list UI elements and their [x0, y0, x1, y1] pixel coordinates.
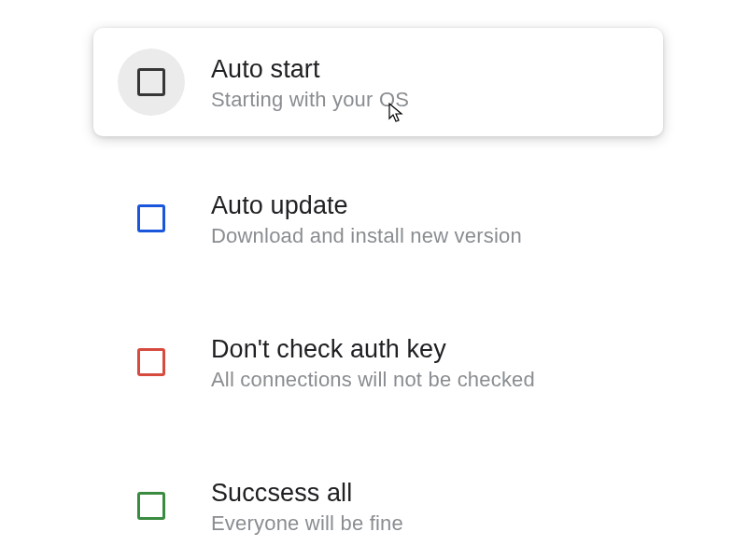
option-title: Succsess all — [211, 479, 403, 508]
option-texts: Succsess all Everyone will be fine — [211, 477, 403, 536]
option-auto-start[interactable]: Auto start Starting with your OS — [93, 28, 663, 136]
checkbox-box-icon — [137, 348, 165, 376]
option-subtitle: Download and install new version — [211, 224, 522, 248]
option-title: Don't check auth key — [211, 335, 535, 364]
settings-options-list: Auto start Starting with your OS Auto up… — [93, 28, 663, 560]
checkbox-box-icon — [137, 492, 165, 520]
checkbox-auto-update[interactable] — [118, 185, 185, 252]
option-title: Auto update — [211, 191, 522, 220]
option-texts: Don't check auth key All connections wil… — [211, 333, 535, 392]
checkbox-dont-check-auth-key[interactable] — [118, 329, 185, 396]
option-success-all[interactable]: Succsess all Everyone will be fine — [93, 452, 663, 560]
option-dont-check-auth-key[interactable]: Don't check auth key All connections wil… — [93, 308, 663, 416]
checkbox-box-icon — [137, 68, 165, 96]
option-auto-update[interactable]: Auto update Download and install new ver… — [93, 164, 663, 273]
option-subtitle: Starting with your OS — [211, 88, 409, 112]
option-texts: Auto update Download and install new ver… — [211, 189, 522, 248]
option-subtitle: Everyone will be fine — [211, 511, 403, 536]
option-subtitle: All connections will not be checked — [211, 368, 535, 392]
checkbox-box-icon — [137, 204, 165, 232]
option-title: Auto start — [211, 55, 409, 84]
checkbox-auto-start[interactable] — [118, 49, 185, 116]
checkbox-success-all[interactable] — [118, 472, 185, 539]
option-texts: Auto start Starting with your OS — [211, 53, 409, 112]
